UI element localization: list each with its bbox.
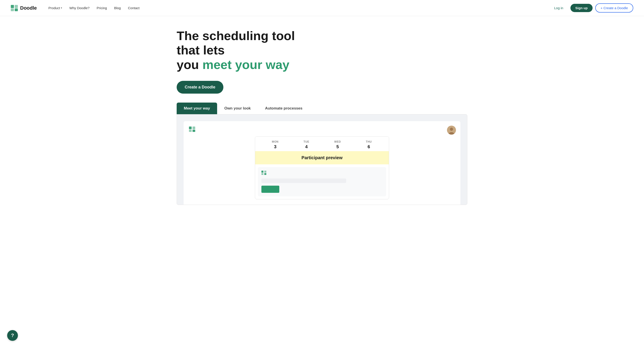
demo-user-avatar: [447, 126, 456, 135]
svg-rect-11: [262, 171, 264, 173]
nav-blog[interactable]: Blog: [111, 4, 124, 12]
nav-why-doodle[interactable]: Why Doodle?: [67, 4, 92, 12]
participant-preview-label: Participant preview: [302, 155, 342, 160]
svg-rect-6: [189, 130, 192, 132]
demo-day-thu: THU 6: [361, 140, 376, 149]
signup-button[interactable]: Sign up: [570, 4, 592, 12]
nav-actions: Log in Sign up + Create a Doodle: [550, 3, 633, 13]
svg-rect-5: [192, 126, 195, 129]
feature-tabs: Meet your way Own your look Automate pro…: [177, 103, 467, 114]
demo-inner-placeholder: [262, 179, 346, 183]
svg-rect-13: [262, 173, 264, 175]
login-button[interactable]: Log in: [550, 4, 568, 12]
hero-text: The scheduling tool that lets you meet y…: [177, 29, 315, 94]
svg-rect-3: [15, 8, 18, 11]
svg-rect-7: [192, 130, 195, 132]
svg-rect-14: [264, 173, 266, 175]
tab-automate-processes[interactable]: Automate processes: [258, 103, 310, 114]
svg-rect-0: [11, 5, 14, 8]
svg-rect-2: [11, 8, 14, 11]
svg-rect-1: [15, 5, 18, 8]
demo-green-cta-bar: [262, 186, 279, 193]
demo-inner-doodle-logo: [262, 171, 266, 175]
brand-logo[interactable]: Doodle: [11, 5, 37, 11]
svg-rect-4: [189, 126, 192, 129]
nav-product[interactable]: Product: [46, 4, 65, 12]
demo-calendar-card: MON 3 TUE 4 WED 5: [255, 136, 389, 199]
hero-cta-button[interactable]: Create a Doodle: [177, 81, 224, 94]
demo-inner-card: [258, 167, 386, 196]
demo-day-tue: TUE 4: [298, 140, 314, 149]
hero-title: The scheduling tool that lets you meet y…: [177, 29, 315, 72]
tab-meet-your-way[interactable]: Meet your way: [177, 103, 217, 114]
create-doodle-nav-button[interactable]: + Create a Doodle: [595, 3, 633, 13]
help-button[interactable]: ?: [7, 330, 18, 341]
hero-title-accent: meet your way: [202, 58, 289, 72]
svg-rect-12: [264, 171, 266, 173]
hero-title-line1: The scheduling tool that lets: [177, 29, 295, 57]
tab-own-your-look[interactable]: Own your look: [217, 103, 258, 114]
demo-participant-preview-banner: Participant preview: [255, 151, 389, 164]
svg-point-9: [450, 128, 453, 131]
demo-outer-card: MON 3 TUE 4 WED 5: [184, 121, 460, 205]
demo-day-wed: WED 5: [330, 140, 346, 149]
nav-links: Product Why Doodle? Pricing Blog Contact: [46, 4, 550, 12]
demo-window: MON 3 TUE 4 WED 5: [177, 114, 467, 205]
nav-pricing[interactable]: Pricing: [94, 4, 110, 12]
navbar: Doodle Product Why Doodle? Pricing Blog …: [0, 0, 644, 16]
demo-calendar-header: MON 3 TUE 4 WED 5: [255, 137, 389, 151]
hero-title-line2-plain: you: [177, 58, 202, 72]
doodle-logo-icon: [11, 5, 18, 11]
demo-doodle-logo-icon: [189, 126, 195, 132]
brand-name: Doodle: [20, 5, 37, 11]
demo-day-mon: MON 3: [268, 140, 283, 149]
nav-contact[interactable]: Contact: [125, 4, 142, 12]
create-doodle-nav-label: + Create a Doodle: [600, 6, 628, 10]
